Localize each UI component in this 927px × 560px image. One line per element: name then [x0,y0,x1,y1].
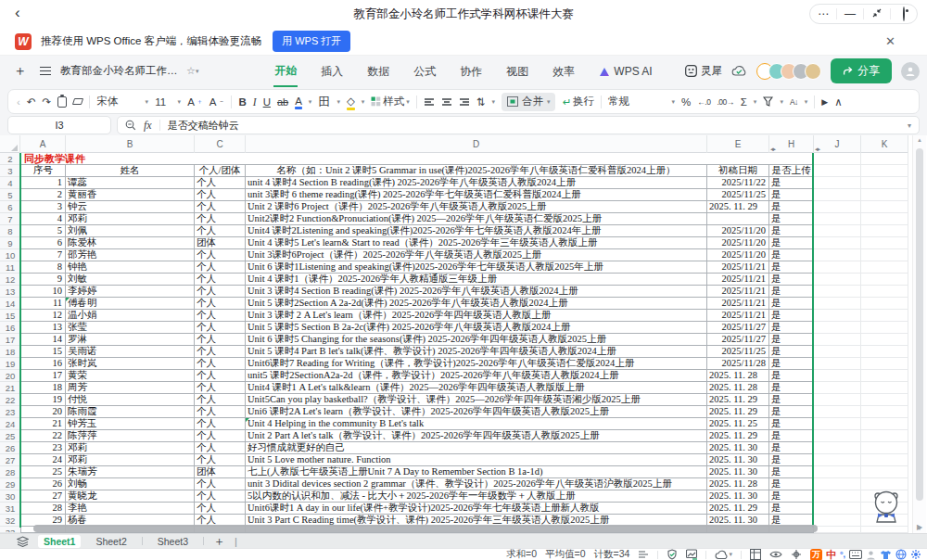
column-header-h[interactable]: H◂▸ [769,135,814,153]
cell-name[interactable]: 罗淋 [66,334,195,346]
cell-serial[interactable]: 18 [20,382,66,394]
row-header-4[interactable]: 4 [0,177,20,189]
empty-cell[interactable] [861,394,908,406]
sheet-list-icon[interactable] [17,536,29,547]
scroll-up-icon[interactable]: ▲ [917,137,922,143]
cell-date[interactable]: 2025. 11. 29 [707,430,769,442]
cell-type[interactable]: 团体 [195,466,246,478]
cell-uploaded[interactable]: 是 [769,322,814,334]
cell-name[interactable]: 陈爱林 [66,237,195,249]
empty-cell[interactable] [814,358,861,370]
column-title-cell[interactable]: 个人/团体 [195,165,246,177]
underline-icon[interactable]: U [263,96,271,108]
italic-icon[interactable]: I [253,96,257,108]
cell-name[interactable]: 张时岚 [66,358,195,370]
font-name-select[interactable]: 宋体▾ [96,95,148,108]
cell-serial[interactable]: 13 [20,322,66,334]
hidden-columns-icon[interactable]: ◂▸ [815,140,819,158]
locate-icon[interactable] [791,549,802,560]
column-header-e[interactable]: E◂▸ [707,135,769,153]
cell-name[interactable]: 邓莉 [66,454,195,466]
cell-type[interactable]: 个人 [195,490,246,503]
increase-decimal-icon[interactable]: ←.0 [697,97,710,107]
cell-uploaded[interactable]: 是 [769,418,814,430]
cell-uploaded[interactable]: 是 [769,298,814,310]
empty-cell[interactable] [861,261,908,274]
empty-cell[interactable] [814,430,861,442]
empty-cell[interactable] [861,310,908,322]
ime-punctuation-icon[interactable]: °, [840,550,845,559]
cell-name[interactable]: 黄荣 [66,370,195,382]
filter-icon[interactable] [763,96,773,107]
cell-name[interactable]: 陈萍萍 [66,430,195,442]
empty-cell[interactable] [814,478,861,490]
cell-title[interactable]: Unit 6 课时1Listening and speaking(课件)2025… [246,261,707,274]
cell-type[interactable]: 个人 [195,310,246,322]
empty-cell[interactable] [814,310,861,322]
cell-serial[interactable]: 20 [20,406,66,418]
cell-date[interactable]: 2025. 11. 28 [707,478,769,490]
cell-type[interactable]: 个人 [195,478,246,490]
export-image-icon[interactable] [686,549,697,560]
column-title-cell[interactable]: 名称（如：Unit 2 课时5 Grammar in use(课件)2025-2… [246,165,707,177]
restore-icon[interactable] [864,5,890,23]
menu-tab-开始[interactable]: 开始 [273,56,298,87]
cell-serial[interactable]: 9 [20,274,66,286]
row-header-28[interactable]: 28 [0,466,20,478]
formula-expand-icon[interactable]: ▾ [908,121,911,130]
cell-title[interactable]: Unit 4 课时1（课件）2025-2026学年人教精通版三年级上册 [246,274,707,286]
cell-uploaded[interactable]: 是 [769,286,814,298]
cell-type[interactable]: 个人 [195,406,246,418]
row-header-19[interactable]: 19 [0,358,20,370]
column-header-a[interactable]: A [20,135,66,153]
empty-cell[interactable] [861,346,908,358]
select-all-corner[interactable] [0,135,20,153]
cell-uploaded[interactable]: 是 [769,478,814,490]
borders-icon[interactable]: 田 [318,94,330,110]
row-header-21[interactable]: 21 [0,382,20,394]
empty-cell[interactable] [861,442,908,454]
empty-cell[interactable] [814,213,861,225]
font-size-select[interactable]: 11▾ [155,96,181,108]
row-header-18[interactable]: 18 [0,346,20,358]
row-header-17[interactable]: 17 [0,334,20,346]
empty-cell[interactable] [814,406,861,418]
cell-title[interactable]: unit 4 课时4 Section B reading(课件) 2025-20… [246,177,707,189]
column-header-c[interactable]: C [195,135,246,153]
collaborator-avatars[interactable] [756,63,821,80]
cell-title[interactable]: Unit5Can you play basketball?（教学设计、课件）20… [246,394,707,406]
empty-cell[interactable] [861,406,908,418]
sum-dropdown-icon[interactable]: ▾ [754,98,757,106]
cell-serial[interactable]: 14 [20,334,66,346]
empty-cell[interactable] [814,298,861,310]
format-painter-icon[interactable] [73,98,83,105]
cell-type[interactable]: 个人 [195,334,246,346]
empty-cell[interactable] [814,286,861,298]
ime-keyboard-icon[interactable] [849,550,862,559]
empty-cell[interactable] [814,334,861,346]
cell-name[interactable]: 刘敏 [66,274,195,286]
cell-date[interactable]: 2025. 11. 29 [707,394,769,406]
row-header-3[interactable]: 3 [0,165,20,177]
empty-cell[interactable] [814,382,861,394]
cell-title[interactable]: 七上(人教版七年级英语上册Unit 7 A Day to Remember Se… [246,466,707,478]
banner-close-icon[interactable]: ✕ [885,34,895,48]
paste-icon[interactable] [57,96,67,108]
focus-icon[interactable] [891,5,917,23]
cell-date[interactable]: 2025. 11. 28 [707,370,769,382]
cell-date[interactable]: 2025. 11. 28 [707,382,769,394]
empty-cell[interactable] [861,527,908,533]
cell-date[interactable]: 2025/11/20 [707,249,769,261]
assistant-mascot-icon[interactable] [870,489,903,524]
cell-uploaded[interactable]: 是 [769,370,814,382]
empty-cell[interactable] [814,503,861,515]
menu-tab-效率[interactable]: 效率 [552,57,576,86]
cell-title[interactable]: Unit 4 Helping in the community B Let's … [246,418,707,430]
cell-serial[interactable]: 24 [20,454,66,466]
open-in-wps-button[interactable]: 用 WPS 打开 [273,31,350,52]
cell-type[interactable]: 个人 [195,394,246,406]
vertical-align-dropdown-icon[interactable]: ▾ [491,98,495,106]
cell-uploaded[interactable]: 是 [769,334,814,346]
row-header-33[interactable]: 33 [0,527,20,533]
cell-type[interactable]: 团体 [195,237,246,249]
